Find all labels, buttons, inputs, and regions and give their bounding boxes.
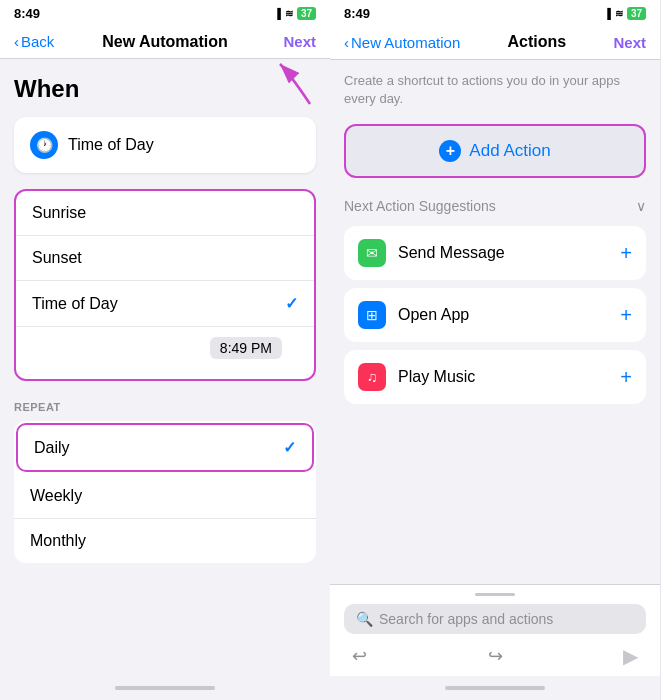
time-row: 8:49 PM [16, 327, 314, 379]
suggestion-send-label: Send Message [398, 244, 505, 262]
nav-title-left: New Automation [102, 33, 228, 51]
nav-bar-right: ‹ New Automation Actions Next [330, 25, 660, 60]
messages-icon: ✉ [358, 239, 386, 267]
suggestion-send-message[interactable]: ✉ Send Message + [344, 226, 646, 280]
back-chevron-icon: ‹ [14, 33, 19, 50]
app-icon: ⊞ [358, 301, 386, 329]
suggestion-left-send: ✉ Send Message [358, 239, 505, 267]
back-button-right[interactable]: ‹ New Automation [344, 34, 460, 51]
add-action-button[interactable]: + Add Action [344, 124, 646, 178]
check-icon: ✓ [285, 294, 298, 313]
add-action-plus-icon: + [439, 140, 461, 162]
home-bar-right [445, 686, 545, 690]
status-bar-left: 8:49 ▐ ≋ 37 [0, 0, 330, 25]
status-bar-right: 8:49 ▐ ≋ 37 [330, 0, 660, 25]
bottom-bar-right: 🔍 Search for apps and actions ↩ ↪ ▶ [330, 584, 660, 676]
option-sunrise-label: Sunrise [32, 204, 86, 222]
music-icon: ♫ [358, 363, 386, 391]
search-placeholder: Search for apps and actions [379, 611, 553, 627]
home-bar-left [115, 686, 215, 690]
redo-icon[interactable]: ↪ [488, 645, 503, 667]
option-sunset[interactable]: Sunset [16, 236, 314, 281]
option-time-of-day[interactable]: Time of Day ✓ [16, 281, 314, 327]
nav-title-right: Actions [508, 33, 567, 51]
suggestion-left-app: ⊞ Open App [358, 301, 469, 329]
option-tod-label: Time of Day [32, 295, 118, 313]
left-screen: 8:49 ▐ ≋ 37 ‹ Back New Automation Next W… [0, 0, 330, 700]
status-icons-right: ▐ ≋ 37 [604, 7, 646, 20]
suggestions-header: Next Action Suggestions ∨ [344, 198, 646, 214]
back-chevron-icon-right: ‹ [344, 34, 349, 51]
repeat-daily[interactable]: Daily ✓ [18, 425, 312, 470]
repeat-monthly[interactable]: Monthly [14, 519, 316, 563]
add-open-app-button[interactable]: + [620, 304, 632, 327]
chevron-down-icon[interactable]: ∨ [636, 198, 646, 214]
repeat-list: Daily ✓ Weekly Monthly [14, 421, 316, 563]
repeat-weekly-label: Weekly [30, 487, 82, 505]
search-bar[interactable]: 🔍 Search for apps and actions [344, 604, 646, 634]
back-label: Back [21, 33, 54, 50]
daily-check-icon: ✓ [283, 438, 296, 457]
search-icon: 🔍 [356, 611, 373, 627]
description-text: Create a shortcut to actions you do in y… [344, 72, 646, 108]
time-badge: 8:49 PM [210, 337, 282, 359]
add-play-music-button[interactable]: + [620, 366, 632, 389]
repeat-section-label: REPEAT [14, 401, 316, 413]
suggestion-music-label: Play Music [398, 368, 475, 386]
bottom-divider [475, 593, 515, 596]
when-label: When [14, 75, 316, 103]
right-screen: 8:49 ▐ ≋ 37 ‹ New Automation Actions Nex… [330, 0, 660, 700]
back-button[interactable]: ‹ Back [14, 33, 54, 50]
suggestion-app-label: Open App [398, 306, 469, 324]
left-content: When 🕐 Time of Day Sunrise Sunset Time o… [0, 59, 330, 676]
battery-icon-right: 37 [627, 7, 646, 20]
repeat-daily-label: Daily [34, 439, 70, 457]
add-send-message-button[interactable]: + [620, 242, 632, 265]
tod-label: Time of Day [68, 136, 154, 154]
status-time-left: 8:49 [14, 6, 40, 21]
toolbar-icons: ↩ ↪ ▶ [344, 642, 646, 670]
options-list: Sunrise Sunset Time of Day ✓ 8:49 PM [14, 189, 316, 381]
option-sunrise[interactable]: Sunrise [16, 191, 314, 236]
suggestion-play-music[interactable]: ♫ Play Music + [344, 350, 646, 404]
add-action-label: Add Action [469, 141, 550, 161]
signal-icon: ▐ [274, 8, 281, 19]
home-indicator-right [330, 676, 660, 700]
next-button-left[interactable]: Next [283, 33, 316, 50]
signal-icon-right: ▐ [604, 8, 611, 19]
back-label-right: New Automation [351, 34, 460, 51]
clock-icon: 🕐 [30, 131, 58, 159]
right-content: Create a shortcut to actions you do in y… [330, 60, 660, 584]
undo-icon[interactable]: ↩ [352, 645, 367, 667]
option-sunset-label: Sunset [32, 249, 82, 267]
nav-bar-left: ‹ Back New Automation Next [0, 25, 330, 59]
repeat-weekly[interactable]: Weekly [14, 474, 316, 519]
repeat-monthly-label: Monthly [30, 532, 86, 550]
suggestion-left-music: ♫ Play Music [358, 363, 475, 391]
play-icon[interactable]: ▶ [623, 644, 638, 668]
wifi-icon-right: ≋ [615, 8, 623, 19]
next-button-right[interactable]: Next [613, 34, 646, 51]
status-time-right: 8:49 [344, 6, 370, 21]
suggestions-title: Next Action Suggestions [344, 198, 496, 214]
home-indicator-left [0, 676, 330, 700]
suggestion-open-app[interactable]: ⊞ Open App + [344, 288, 646, 342]
tod-card[interactable]: 🕐 Time of Day [14, 117, 316, 173]
status-icons-left: ▐ ≋ 37 [274, 7, 316, 20]
wifi-icon: ≋ [285, 8, 293, 19]
battery-icon: 37 [297, 7, 316, 20]
